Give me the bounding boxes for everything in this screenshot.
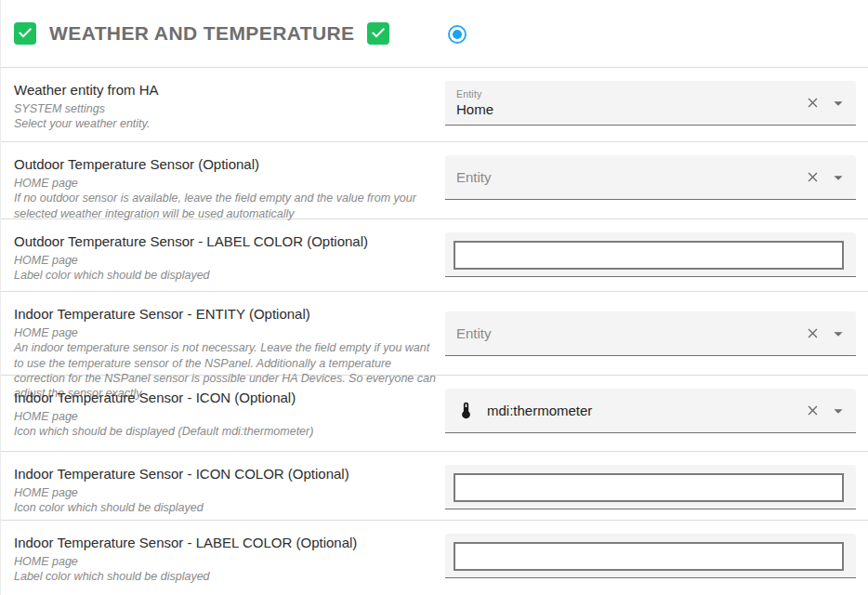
- setting-field-block: Entity: [445, 292, 856, 375]
- setting-group: HOME page: [14, 485, 436, 500]
- select-content: Entity: [445, 155, 856, 199]
- setting-row-weather-entity: Weather entity from HA SYSTEM settings S…: [1, 68, 868, 142]
- setting-title: Indoor Temperature Sensor - LABEL COLOR …: [14, 535, 436, 550]
- setting-description: Select your weather entity.: [14, 116, 436, 131]
- chevron-down-icon[interactable]: [828, 311, 848, 355]
- setting-group: SYSTEM settings: [14, 101, 436, 116]
- setting-row-indoor-icon-color: Indoor Temperature Sensor - ICON COLOR (…: [1, 452, 868, 521]
- section-header: WEATHER AND TEMPERATURE: [1, 0, 868, 68]
- setting-label-block: Indoor Temperature Sensor - ENTITY (Opti…: [1, 292, 445, 375]
- setting-row-indoor-icon: Indoor Temperature Sensor - ICON (Option…: [1, 376, 868, 452]
- setting-group: HOME page: [14, 554, 436, 569]
- setting-label-block: Indoor Temperature Sensor - ICON COLOR (…: [1, 452, 445, 520]
- setting-label-block: Outdoor Temperature Sensor (Optional) HO…: [1, 142, 445, 218]
- setting-field-block: [445, 521, 856, 595]
- select-placeholder: Entity: [456, 325, 800, 341]
- setting-description: Label color which should be displayed: [14, 268, 436, 283]
- clear-icon[interactable]: [802, 81, 822, 125]
- setting-field-block: [445, 452, 856, 520]
- setting-field-block: [445, 219, 856, 291]
- outdoor-label-color-input[interactable]: [454, 241, 844, 270]
- section-radio-button[interactable]: [448, 25, 467, 44]
- setting-title: Indoor Temperature Sensor - ICON COLOR (…: [14, 466, 436, 482]
- checkbox-checked-icon: [14, 22, 36, 45]
- setting-description: Label color which should be displayed: [14, 569, 436, 584]
- setting-title: Indoor Temperature Sensor - ENTITY (Opti…: [14, 306, 436, 322]
- setting-row-outdoor-label-color: Outdoor Temperature Sensor - LABEL COLOR…: [1, 219, 868, 292]
- setting-group: HOME page: [14, 176, 436, 191]
- select-content: Entity Home: [445, 81, 856, 125]
- setting-row-indoor-label-color: Indoor Temperature Sensor - LABEL COLOR …: [1, 521, 868, 595]
- select-value: Home: [456, 101, 800, 117]
- indoor-icon-color-input[interactable]: [454, 473, 844, 502]
- setting-label-block: Indoor Temperature Sensor - ICON (Option…: [1, 376, 445, 451]
- setting-description: Icon color which should be displayed: [14, 500, 436, 515]
- select-value: mdi:thermometer: [487, 403, 592, 418]
- clear-icon[interactable]: [802, 311, 822, 355]
- setting-field-block: Entity Home: [445, 68, 856, 141]
- select-placeholder: Entity: [456, 169, 800, 185]
- setting-label-block: Weather entity from HA SYSTEM settings S…: [1, 68, 445, 141]
- section-enable-checkbox[interactable]: [14, 22, 36, 45]
- setting-label-block: Indoor Temperature Sensor - LABEL COLOR …: [1, 521, 445, 595]
- indoor-label-color-field: [445, 534, 856, 578]
- setting-field-block: Entity: [445, 142, 856, 218]
- indoor-label-color-input[interactable]: [454, 542, 844, 571]
- clear-icon[interactable]: [802, 389, 822, 432]
- checkbox-checked-icon: [367, 22, 389, 45]
- setting-description: Icon which should be displayed (Default …: [14, 424, 436, 439]
- setting-field-block: mdi:thermometer: [445, 376, 856, 451]
- select-floating-label: Entity: [456, 88, 800, 99]
- setting-row-outdoor-sensor: Outdoor Temperature Sensor (Optional) HO…: [1, 142, 868, 219]
- setting-label-block: Outdoor Temperature Sensor - LABEL COLOR…: [1, 219, 445, 291]
- weather-settings-panel: WEATHER AND TEMPERATURE Weather entity f…: [0, 0, 868, 595]
- setting-title: Outdoor Temperature Sensor (Optional): [14, 156, 436, 172]
- setting-title: Outdoor Temperature Sensor - LABEL COLOR…: [14, 233, 436, 249]
- chevron-down-icon[interactable]: [828, 81, 848, 125]
- thermometer-icon: [456, 401, 476, 420]
- setting-group: HOME page: [14, 253, 436, 268]
- outdoor-entity-select[interactable]: Entity: [445, 155, 856, 200]
- setting-title: Weather entity from HA: [14, 82, 436, 98]
- title-checkbox[interactable]: [367, 22, 389, 45]
- setting-group: HOME page: [14, 409, 436, 424]
- indoor-icon-select[interactable]: mdi:thermometer: [445, 389, 856, 433]
- setting-group: HOME page: [14, 325, 436, 340]
- setting-title: Indoor Temperature Sensor - ICON (Option…: [14, 390, 436, 405]
- weather-entity-select[interactable]: Entity Home: [445, 81, 856, 126]
- setting-row-indoor-entity: Indoor Temperature Sensor - ENTITY (Opti…: [1, 292, 868, 376]
- outdoor-label-color-field: [445, 232, 856, 277]
- chevron-down-icon[interactable]: [828, 389, 848, 432]
- indoor-icon-color-field: [445, 465, 856, 509]
- select-content: Entity: [445, 311, 856, 355]
- indoor-entity-select[interactable]: Entity: [445, 311, 856, 356]
- setting-description: If no outdoor sensor is available, leave…: [14, 191, 436, 221]
- radio-selected-dot: [453, 30, 462, 39]
- section-title: WEATHER AND TEMPERATURE: [49, 22, 354, 45]
- clear-icon[interactable]: [802, 155, 822, 199]
- chevron-down-icon[interactable]: [828, 155, 848, 199]
- select-content: mdi:thermometer: [445, 389, 856, 432]
